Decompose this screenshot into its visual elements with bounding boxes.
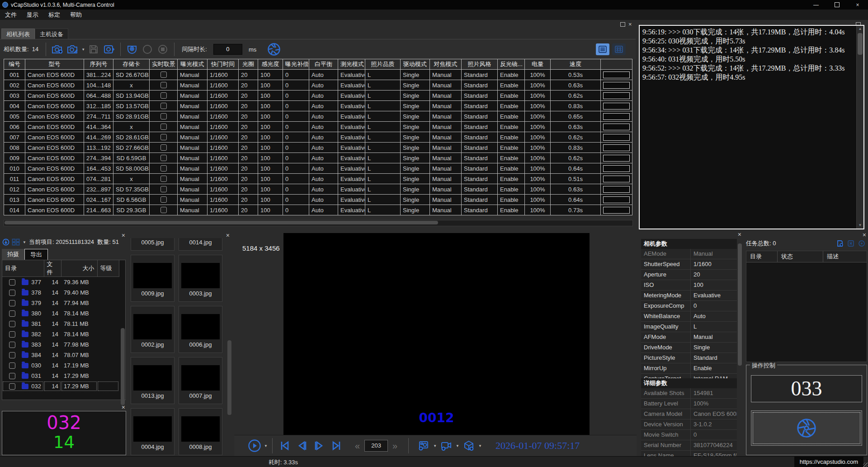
camera-row[interactable]: 014Canon EOS 600D214...663SD 29.3GBManua… — [4, 205, 632, 215]
param-row[interactable]: Battery Level100% — [641, 399, 737, 409]
live-view-checkbox[interactable] — [160, 176, 167, 182]
thumbnail-card[interactable]: 0009.jpg — [131, 255, 175, 302]
thumbnail-card[interactable]: 0005.jpg — [131, 238, 175, 251]
thumbnail-card[interactable]: 0003.jpg — [179, 255, 222, 302]
column-header[interactable]: 驱动模式 — [401, 59, 430, 70]
thumbnail-card[interactable]: 0008.jpg — [179, 408, 222, 455]
file-row[interactable]: 3791477.94 MB — [2, 298, 119, 308]
close-button[interactable]: × — [847, 0, 868, 10]
camera-row[interactable]: 012Canon EOS 600D232...897SD 57.35GBManu… — [4, 184, 632, 195]
param-row[interactable]: ExposureComp0 — [641, 301, 737, 311]
close-dock-icon[interactable]: × — [628, 22, 632, 27]
grid-view-button[interactable] — [612, 43, 626, 55]
stop-button[interactable] — [155, 42, 170, 57]
param-row[interactable]: Device Version3-1.0.2 — [641, 419, 737, 430]
file-row[interactable]: 3811478.11 MB — [2, 319, 119, 329]
param-row[interactable]: ISO100 — [641, 280, 737, 291]
camera-row[interactable]: 003Canon EOS 600D064...488SD 13.94GBManu… — [4, 91, 632, 101]
camera-row[interactable]: 001Canon EOS 600D381...224SD 26.67GBManu… — [4, 70, 632, 80]
param-row[interactable]: Available Shots154981 — [641, 388, 737, 399]
column-header[interactable]: 文件 — [44, 260, 61, 277]
log-scrollbar[interactable]: ▲ ▼ — [856, 26, 863, 229]
live-view-checkbox[interactable] — [160, 165, 167, 172]
live-view-checkbox[interactable] — [160, 207, 167, 213]
add-3d-task-icon[interactable] — [460, 438, 477, 453]
table-horizontal-scrollbar[interactable] — [4, 220, 633, 226]
column-header[interactable]: 存储卡 — [113, 59, 150, 70]
camera-row[interactable]: 011Canon EOS 600D074...281xManual1/16002… — [4, 174, 632, 184]
grid-icon[interactable] — [12, 238, 20, 246]
import-icon[interactable] — [2, 238, 10, 246]
resize-grip[interactable] — [863, 462, 868, 467]
file-row[interactable]: 0311417.29 MB — [2, 371, 119, 381]
shutter-button[interactable] — [751, 410, 862, 446]
file-row[interactable]: 3801478.14 MB — [2, 308, 119, 319]
float-dock-icon[interactable] — [620, 22, 625, 27]
camera-row[interactable]: 002Canon EOS 600D104...148xManual1/16002… — [4, 80, 632, 91]
column-header[interactable] — [601, 59, 632, 70]
file-row[interactable]: 3781479.40 MB — [2, 287, 119, 298]
file-row[interactable]: 3821478.14 MB — [2, 329, 119, 339]
thumbnail-card[interactable]: 0006.jpg — [179, 306, 222, 353]
file-row[interactable]: 0321417.29 MB — [2, 381, 119, 391]
close-icon[interactable]: × — [226, 232, 230, 238]
minimize-button[interactable]: — — [806, 0, 826, 10]
file-checkbox[interactable] — [9, 310, 15, 317]
chevron-down-icon[interactable]: ▼ — [456, 444, 459, 448]
column-header[interactable]: 编号 — [4, 59, 25, 70]
camera-row[interactable]: 006Canon EOS 600D414...364xManual1/16002… — [4, 122, 632, 132]
param-row[interactable]: MeteringModeEvaluative — [641, 291, 737, 301]
scrollbar-thumb[interactable] — [738, 243, 742, 366]
frame-number-input[interactable]: 203 — [364, 440, 388, 452]
file-row[interactable]: 3831477.98 MB — [2, 339, 119, 350]
thumbnail-card[interactable]: 0004.jpg — [131, 408, 175, 455]
add-camera-button[interactable] — [50, 42, 65, 57]
thumbnail-card[interactable]: 0002.jpg — [131, 306, 175, 353]
param-row[interactable]: Lens NameEF-S18-55mm f/ — [641, 451, 737, 456]
scrollbar-thumb[interactable] — [5, 221, 438, 224]
column-header[interactable]: 反光镜... — [498, 59, 525, 70]
param-row[interactable]: Camera ModelCanon EOS 600D — [641, 409, 737, 419]
camera-row[interactable]: 008Canon EOS 600D113...192SD 27.66GBManu… — [4, 143, 632, 153]
scroll-up-icon[interactable]: ▲ — [857, 26, 863, 32]
camera-row[interactable]: 010Canon EOS 600D164...453SD 58.00GBManu… — [4, 163, 632, 174]
close-icon[interactable]: × — [738, 232, 741, 238]
add-photo-task-icon[interactable] — [415, 438, 432, 453]
chevron-down-icon[interactable]: ▼ — [264, 444, 268, 448]
column-header[interactable]: 电量 — [525, 59, 551, 70]
live-view-checkbox[interactable] — [160, 124, 167, 130]
chevron-down-icon[interactable]: ▼ — [433, 444, 437, 448]
column-header[interactable]: 实时取景 — [150, 59, 178, 70]
interval-input[interactable]: 0 — [213, 44, 242, 55]
param-row[interactable]: ImageQualityL — [641, 322, 737, 332]
scroll-down-icon[interactable]: ▼ — [857, 222, 863, 229]
first-frame-button[interactable] — [276, 438, 293, 453]
param-row[interactable]: WhiteBalanceAuto — [641, 311, 737, 322]
live-view-checkbox[interactable] — [160, 113, 167, 119]
file-checkbox[interactable] — [9, 352, 15, 358]
thumbnail-card[interactable]: 0013.jpg — [131, 357, 175, 404]
shutter-all-button[interactable] — [266, 42, 282, 57]
column-header[interactable]: 照片风格 — [462, 59, 498, 70]
file-row[interactable]: 0301417.19 MB — [2, 360, 119, 371]
list-view-button[interactable] — [596, 43, 609, 55]
column-header[interactable]: 对焦模式 — [430, 59, 462, 70]
camera-row[interactable]: 005Canon EOS 600D274...711SD 28.91GBManu… — [4, 111, 632, 122]
column-header[interactable]: 测光模式 — [338, 59, 365, 70]
add-video-task-icon[interactable] — [438, 438, 455, 453]
scrollbar-thumb[interactable] — [121, 328, 125, 405]
website-link[interactable]: https://vcapstudio.com — [794, 457, 863, 467]
tab-capture[interactable]: 拍摄 — [2, 249, 24, 261]
file-checkbox[interactable] — [9, 331, 15, 338]
record-button[interactable] — [140, 42, 155, 57]
column-header[interactable]: 曝光补偿 — [283, 59, 309, 70]
column-header[interactable]: 序列号 — [84, 59, 113, 70]
column-header[interactable]: 目录 — [2, 260, 44, 277]
live-view-checkbox[interactable] — [160, 134, 167, 140]
param-row[interactable]: Aperture20 — [641, 270, 737, 280]
thumbnail-card[interactable]: 0014.jpg — [179, 238, 222, 251]
scrollbar-thumb[interactable] — [858, 33, 863, 55]
param-row[interactable]: MirrorUpEnable — [641, 363, 737, 374]
column-header[interactable]: 白平衡 — [309, 59, 338, 70]
live-view-button[interactable] — [124, 42, 140, 57]
